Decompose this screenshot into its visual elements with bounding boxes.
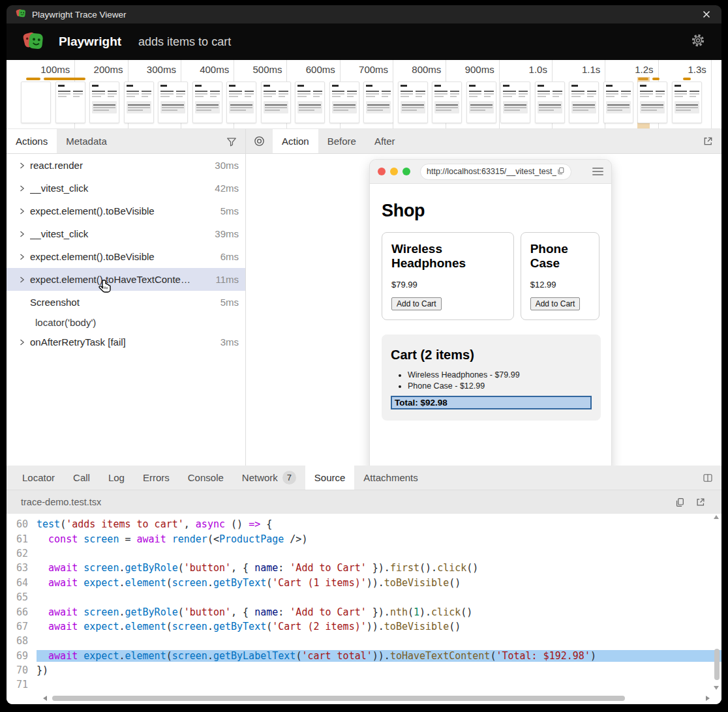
timeline-thumbnail[interactable]: [466, 82, 496, 123]
tab-metadata[interactable]: Metadata: [57, 129, 116, 153]
timeline-thumbnail[interactable]: [363, 82, 393, 123]
code-text: await screen.getByRole('button', { name:…: [37, 606, 721, 618]
vertical-scrollbar[interactable]: [712, 515, 720, 690]
timeline-duration-bar: [26, 78, 40, 80]
timeline-thumbnail[interactable]: [672, 82, 702, 123]
horizontal-scrollbar-thumb[interactable]: [52, 696, 625, 701]
tab-locator[interactable]: Locator: [13, 466, 64, 490]
action-item[interactable]: onAfterRetryTask [fail]3ms: [7, 331, 245, 353]
timeline-thumbnail[interactable]: [261, 82, 291, 123]
timeline-thumbnail[interactable]: [569, 82, 599, 123]
action-item[interactable]: expect.element().toBeVisible5ms: [7, 200, 245, 222]
pick-locator-target-icon[interactable]: [246, 129, 273, 153]
tab-network[interactable]: Network7: [233, 466, 305, 490]
chevron-right-icon[interactable]: [18, 207, 30, 215]
chevron-right-icon[interactable]: [18, 338, 30, 346]
tab-errors[interactable]: Errors: [134, 466, 179, 490]
timeline-thumbnail[interactable]: [535, 82, 565, 123]
settings-gear-icon[interactable]: [690, 33, 706, 51]
split-view-icon[interactable]: [694, 466, 721, 490]
chevron-right-icon[interactable]: [18, 253, 30, 261]
action-item[interactable]: __vitest_click42ms: [7, 177, 245, 200]
cart-total-highlighted: Total: $92.98: [391, 396, 592, 409]
timeline-thumbnail[interactable]: [329, 82, 359, 123]
code-line: 71: [7, 677, 721, 692]
tab-attachments[interactable]: Attachments: [354, 466, 427, 490]
open-external-icon[interactable]: [695, 129, 721, 153]
code-text: }): [37, 664, 721, 676]
vertical-scrollbar-thumb[interactable]: [714, 649, 720, 680]
timeline-thumbnail[interactable]: [89, 82, 119, 123]
line-number: 60: [7, 518, 37, 530]
code-line: 64 await expect.element(screen.getByText…: [7, 576, 721, 590]
code-line: 68: [7, 634, 721, 648]
horizontal-scrollbar[interactable]: [43, 694, 710, 702]
details-panel: LocatorCallLogErrorsConsoleNetwork7Sourc…: [7, 466, 721, 704]
chevron-right-icon[interactable]: [18, 276, 30, 284]
timeline-thumbnail[interactable]: [192, 82, 222, 123]
timeline-thumbnail[interactable]: [158, 82, 188, 123]
copy-url-icon[interactable]: [556, 166, 565, 177]
chevron-right-icon[interactable]: [18, 162, 30, 170]
timeline-thumbnail[interactable]: [432, 82, 462, 123]
browser-chrome: http://localhost:63315/__vitest_test__/?…: [370, 160, 611, 184]
tab-after[interactable]: After: [365, 129, 404, 153]
open-source-external-icon[interactable]: [695, 497, 706, 507]
source-code: 60test('adds items to cart', async () =>…: [7, 514, 721, 704]
timeline-thumbnail[interactable]: [124, 82, 154, 123]
code-line: 66 await screen.getByRole('button', { na…: [7, 604, 721, 619]
tab-actions[interactable]: Actions: [7, 129, 57, 153]
product-name: Phone Case: [530, 242, 590, 271]
tab-before[interactable]: Before: [318, 129, 365, 153]
copy-source-icon[interactable]: [675, 497, 685, 507]
action-item[interactable]: expect.element().toHaveTextConte…11ms: [7, 268, 245, 291]
line-number: 65: [7, 591, 37, 603]
test-title: adds items to cart: [138, 35, 690, 49]
page-url: http://localhost:63315/__vitest_test__/?…: [427, 167, 556, 176]
action-item[interactable]: __vitest_click39ms: [7, 222, 245, 245]
code-line: 61 const screen = await render(<ProductP…: [7, 531, 721, 546]
code-text: const screen = await render(<ProductPage…: [37, 533, 721, 545]
product-card: Wireless Headphones $79.99 Add to Cart: [382, 232, 514, 320]
action-item[interactable]: Screenshot5ms: [7, 291, 245, 314]
timeline-thumbnail[interactable]: [500, 82, 530, 123]
add-to-cart-button[interactable]: Add to Cart: [391, 297, 442, 310]
timeline-thumbnail[interactable]: [21, 82, 51, 123]
window-title: Playwright Trace Viewer: [32, 10, 701, 20]
code-text: await screen.getByRole('button', { name:…: [37, 562, 721, 574]
timeline-thumbnail[interactable]: [55, 82, 85, 123]
timeline-thumbnail[interactable]: [398, 82, 428, 123]
network-count-badge: 7: [282, 471, 296, 484]
window-titlebar: Playwright Trace Viewer: [7, 5, 721, 23]
tab-log[interactable]: Log: [99, 466, 134, 490]
close-icon[interactable]: [701, 8, 712, 20]
actions-list: react.render30ms__vitest_click42msexpect…: [7, 154, 245, 466]
add-to-cart-button[interactable]: Add to Cart: [530, 297, 581, 310]
action-item[interactable]: react.render30ms: [7, 154, 245, 177]
chevron-right-icon[interactable]: [18, 185, 30, 192]
tab-call[interactable]: Call: [64, 466, 99, 490]
action-duration: 39ms: [215, 228, 239, 239]
tab-action[interactable]: Action: [273, 129, 318, 153]
browser-menu-icon[interactable]: [592, 168, 603, 176]
product-name: Wireless Headphones: [391, 242, 504, 271]
timeline[interactable]: 100ms200ms300ms400ms500ms600ms700ms800ms…: [7, 60, 721, 129]
action-duration: 3ms: [220, 336, 239, 348]
timeline-thumbnail[interactable]: [603, 82, 633, 123]
filter-icon[interactable]: [218, 129, 245, 153]
code-line: 70}): [7, 663, 721, 677]
timeline-thumbnail[interactable]: [295, 82, 325, 123]
line-number: 70: [7, 664, 37, 676]
action-item[interactable]: expect.element().toBeVisible6ms: [7, 245, 245, 268]
action-duration: 11ms: [215, 274, 239, 285]
address-bar: http://localhost:63315/__vitest_test__/?…: [420, 164, 571, 180]
app-name: Playwright: [59, 35, 121, 49]
chevron-right-icon[interactable]: [18, 230, 30, 238]
timeline-thumbnail[interactable]: [226, 82, 256, 123]
action-label: Screenshot: [30, 297, 220, 308]
actions-panel: Actions Metadata react.render30ms__vites…: [7, 129, 246, 466]
tab-console[interactable]: Console: [179, 466, 233, 490]
app-header: Playwright adds items to cart: [7, 23, 721, 60]
tab-source[interactable]: Source: [305, 466, 355, 490]
timeline-thumbnail[interactable]: [637, 82, 667, 123]
